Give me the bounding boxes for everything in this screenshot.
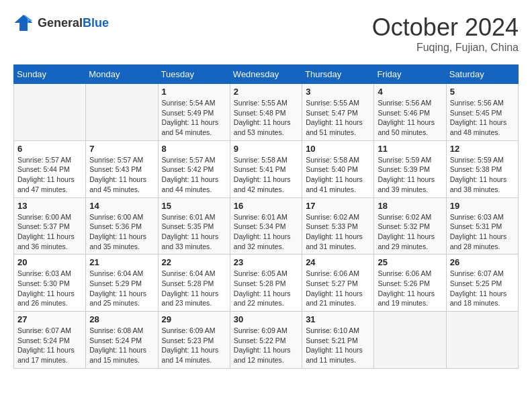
day-number: 18 — [378, 201, 442, 211]
day-info: Sunrise: 6:08 AMSunset: 5:24 PMDaylight:… — [89, 326, 154, 365]
day-number: 28 — [89, 314, 154, 324]
day-info: Sunrise: 5:54 AMSunset: 5:49 PMDaylight:… — [162, 98, 226, 138]
calendar-cell: 23Sunrise: 6:05 AMSunset: 5:28 PMDayligh… — [230, 255, 302, 312]
calendar-cell: 28Sunrise: 6:08 AMSunset: 5:24 PMDayligh… — [86, 312, 158, 369]
calendar-cell: 5Sunrise: 5:56 AMSunset: 5:45 PMDaylight… — [446, 84, 518, 141]
day-info: Sunrise: 6:09 AMSunset: 5:22 PMDaylight:… — [234, 326, 298, 365]
day-info: Sunrise: 6:02 AMSunset: 5:33 PMDaylight:… — [306, 212, 370, 252]
day-info: Sunrise: 6:09 AMSunset: 5:23 PMDaylight:… — [162, 326, 226, 365]
day-number: 17 — [306, 201, 370, 211]
calendar-cell: 19Sunrise: 6:03 AMSunset: 5:31 PMDayligh… — [446, 197, 518, 255]
calendar-cell: 6Sunrise: 5:57 AMSunset: 5:44 PMDaylight… — [14, 140, 86, 197]
calendar-cell — [86, 84, 158, 141]
weekday-header-monday: Monday — [86, 65, 158, 84]
calendar-cell: 11Sunrise: 5:59 AMSunset: 5:39 PMDayligh… — [374, 140, 446, 197]
day-info: Sunrise: 6:04 AMSunset: 5:29 PMDaylight:… — [89, 269, 154, 308]
calendar-cell — [446, 312, 518, 369]
day-number: 6 — [17, 144, 82, 154]
calendar-week-3: 13Sunrise: 6:00 AMSunset: 5:37 PMDayligh… — [14, 197, 519, 255]
day-number: 24 — [306, 257, 370, 267]
location: Fuqing, Fujian, China — [372, 42, 519, 54]
calendar-cell: 22Sunrise: 6:04 AMSunset: 5:28 PMDayligh… — [158, 255, 230, 312]
calendar-cell: 25Sunrise: 6:06 AMSunset: 5:26 PMDayligh… — [374, 255, 446, 312]
day-info: Sunrise: 6:01 AMSunset: 5:35 PMDaylight:… — [162, 212, 226, 252]
calendar-cell: 31Sunrise: 6:10 AMSunset: 5:21 PMDayligh… — [302, 312, 374, 369]
day-number: 31 — [306, 314, 370, 324]
calendar-cell: 26Sunrise: 6:07 AMSunset: 5:25 PMDayligh… — [446, 255, 518, 312]
calendar-cell — [14, 84, 86, 141]
calendar-cell: 14Sunrise: 6:00 AMSunset: 5:36 PMDayligh… — [86, 197, 158, 255]
calendar-cell: 12Sunrise: 5:59 AMSunset: 5:38 PMDayligh… — [446, 140, 518, 197]
day-info: Sunrise: 5:59 AMSunset: 5:38 PMDaylight:… — [450, 155, 515, 195]
calendar-cell: 17Sunrise: 6:02 AMSunset: 5:33 PMDayligh… — [302, 197, 374, 255]
day-info: Sunrise: 6:00 AMSunset: 5:37 PMDaylight:… — [17, 212, 82, 252]
day-info: Sunrise: 6:07 AMSunset: 5:25 PMDaylight:… — [450, 269, 515, 308]
logo: GeneralBlue — [13, 13, 109, 32]
calendar-cell: 7Sunrise: 5:57 AMSunset: 5:43 PMDaylight… — [86, 140, 158, 197]
day-info: Sunrise: 5:58 AMSunset: 5:40 PMDaylight:… — [306, 155, 370, 195]
calendar-cell: 29Sunrise: 6:09 AMSunset: 5:23 PMDayligh… — [158, 312, 230, 369]
day-info: Sunrise: 6:00 AMSunset: 5:36 PMDaylight:… — [89, 212, 154, 252]
day-info: Sunrise: 6:07 AMSunset: 5:24 PMDaylight:… — [17, 326, 82, 365]
calendar-week-1: 1Sunrise: 5:54 AMSunset: 5:49 PMDaylight… — [14, 84, 519, 141]
day-number: 9 — [234, 144, 298, 154]
day-info: Sunrise: 6:06 AMSunset: 5:26 PMDaylight:… — [378, 269, 442, 308]
day-number: 25 — [378, 257, 442, 267]
day-number: 1 — [162, 87, 226, 97]
calendar-cell — [374, 312, 446, 369]
weekday-header-thursday: Thursday — [302, 65, 374, 84]
calendar-week-4: 20Sunrise: 6:03 AMSunset: 5:30 PMDayligh… — [14, 255, 519, 312]
calendar-cell: 4Sunrise: 5:56 AMSunset: 5:46 PMDaylight… — [374, 84, 446, 141]
day-number: 2 — [234, 87, 298, 97]
weekday-header-row: SundayMondayTuesdayWednesdayThursdayFrid… — [14, 65, 519, 84]
calendar-cell: 2Sunrise: 5:55 AMSunset: 5:48 PMDaylight… — [230, 84, 302, 141]
day-info: Sunrise: 6:03 AMSunset: 5:30 PMDaylight:… — [17, 269, 82, 308]
day-info: Sunrise: 5:56 AMSunset: 5:45 PMDaylight:… — [450, 98, 515, 138]
day-number: 15 — [162, 201, 226, 211]
day-number: 27 — [17, 314, 82, 324]
day-number: 26 — [450, 257, 515, 267]
day-info: Sunrise: 5:57 AMSunset: 5:42 PMDaylight:… — [162, 155, 226, 195]
day-number: 8 — [162, 144, 226, 154]
day-info: Sunrise: 6:10 AMSunset: 5:21 PMDaylight:… — [306, 326, 370, 365]
day-info: Sunrise: 5:55 AMSunset: 5:47 PMDaylight:… — [306, 98, 370, 138]
day-info: Sunrise: 5:57 AMSunset: 5:44 PMDaylight:… — [17, 155, 82, 195]
day-number: 10 — [306, 144, 370, 154]
day-number: 21 — [89, 257, 154, 267]
calendar-week-5: 27Sunrise: 6:07 AMSunset: 5:24 PMDayligh… — [14, 312, 519, 369]
day-info: Sunrise: 5:58 AMSunset: 5:41 PMDaylight:… — [234, 155, 298, 195]
calendar-cell: 30Sunrise: 6:09 AMSunset: 5:22 PMDayligh… — [230, 312, 302, 369]
calendar-cell: 13Sunrise: 6:00 AMSunset: 5:37 PMDayligh… — [14, 197, 86, 255]
calendar-cell: 8Sunrise: 5:57 AMSunset: 5:42 PMDaylight… — [158, 140, 230, 197]
day-info: Sunrise: 5:57 AMSunset: 5:43 PMDaylight:… — [89, 155, 154, 195]
calendar-cell: 15Sunrise: 6:01 AMSunset: 5:35 PMDayligh… — [158, 197, 230, 255]
month-year: October 2024 — [372, 13, 519, 42]
day-number: 5 — [450, 87, 515, 97]
calendar-cell: 18Sunrise: 6:02 AMSunset: 5:32 PMDayligh… — [374, 197, 446, 255]
calendar-cell: 10Sunrise: 5:58 AMSunset: 5:40 PMDayligh… — [302, 140, 374, 197]
day-info: Sunrise: 5:55 AMSunset: 5:48 PMDaylight:… — [234, 98, 298, 138]
day-info: Sunrise: 6:03 AMSunset: 5:31 PMDaylight:… — [450, 212, 515, 252]
weekday-header-sunday: Sunday — [14, 65, 86, 84]
day-number: 11 — [378, 144, 442, 154]
day-number: 13 — [17, 201, 82, 211]
title-block: October 2024 Fuqing, Fujian, China — [372, 13, 519, 54]
day-number: 30 — [234, 314, 298, 324]
calendar-cell: 16Sunrise: 6:01 AMSunset: 5:34 PMDayligh… — [230, 197, 302, 255]
day-info: Sunrise: 5:59 AMSunset: 5:39 PMDaylight:… — [378, 155, 442, 195]
weekday-header-saturday: Saturday — [446, 65, 518, 84]
logo-text: GeneralBlue — [38, 16, 109, 30]
day-number: 29 — [162, 314, 226, 324]
calendar-cell: 20Sunrise: 6:03 AMSunset: 5:30 PMDayligh… — [14, 255, 86, 312]
day-info: Sunrise: 6:04 AMSunset: 5:28 PMDaylight:… — [162, 269, 226, 308]
page-header: GeneralBlue October 2024 Fuqing, Fujian,… — [13, 13, 519, 54]
calendar-table: SundayMondayTuesdayWednesdayThursdayFrid… — [13, 64, 519, 369]
day-info: Sunrise: 6:05 AMSunset: 5:28 PMDaylight:… — [234, 269, 298, 308]
day-number: 7 — [89, 144, 154, 154]
day-number: 12 — [450, 144, 515, 154]
svg-marker-0 — [15, 15, 33, 31]
day-info: Sunrise: 6:06 AMSunset: 5:27 PMDaylight:… — [306, 269, 370, 308]
logo-icon — [13, 13, 34, 32]
logo-general: General — [38, 16, 83, 30]
day-number: 23 — [234, 257, 298, 267]
